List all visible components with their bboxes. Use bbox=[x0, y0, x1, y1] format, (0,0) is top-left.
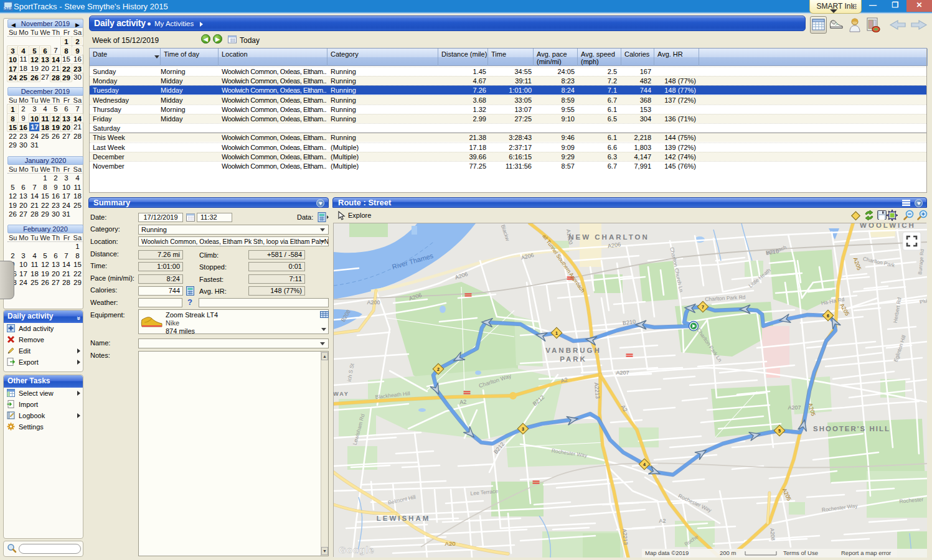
svg-text:3: 3 bbox=[522, 427, 524, 431]
svg-text:LEWISHAM: LEWISHAM bbox=[377, 515, 431, 522]
svg-text:VANBRUGH: VANBRUGH bbox=[545, 347, 601, 354]
svg-text:A207: A207 bbox=[616, 370, 629, 376]
svg-text:5: 5 bbox=[778, 429, 781, 433]
svg-text:A200: A200 bbox=[367, 299, 380, 306]
svg-text:7: 7 bbox=[702, 305, 704, 309]
svg-text:200 m: 200 m bbox=[720, 549, 736, 556]
svg-text:WOOLWICH: WOOLWICH bbox=[860, 223, 916, 229]
svg-text:SHOOTER'S HILL: SHOOTER'S HILL bbox=[813, 425, 890, 432]
svg-text:1: 1 bbox=[555, 331, 558, 335]
svg-text:Map data ©2019: Map data ©2019 bbox=[645, 549, 689, 556]
svg-text:A20: A20 bbox=[445, 540, 456, 547]
svg-text:2: 2 bbox=[437, 367, 440, 371]
svg-text:NEW CHARLTON: NEW CHARLTON bbox=[568, 233, 649, 241]
svg-text:6: 6 bbox=[827, 314, 829, 318]
svg-text:A207: A207 bbox=[788, 404, 801, 411]
svg-text:WAY: WAY bbox=[334, 391, 349, 397]
svg-text:A2: A2 bbox=[659, 518, 666, 524]
svg-text:A208: A208 bbox=[769, 528, 776, 541]
svg-text:PARK: PARK bbox=[560, 355, 587, 363]
svg-text:4: 4 bbox=[643, 462, 646, 467]
svg-text:A2: A2 bbox=[459, 399, 467, 406]
svg-text:Terms of Use: Terms of Use bbox=[783, 549, 818, 556]
svg-text:Google: Google bbox=[339, 544, 375, 555]
svg-text:Report a map error: Report a map error bbox=[841, 549, 891, 556]
